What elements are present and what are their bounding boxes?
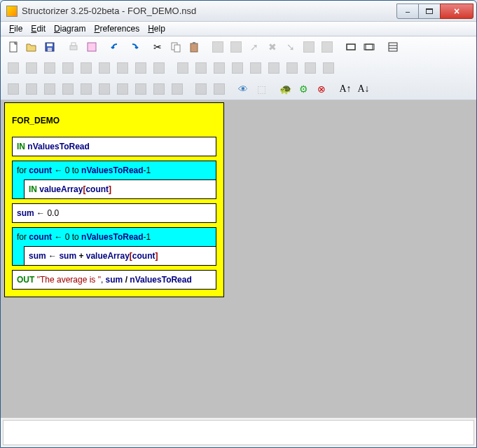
insert-after-1[interactable]	[174, 60, 191, 76]
main-window: Structorizer 3.25-02beta - FOR_DEMO.nsd …	[0, 0, 477, 448]
color-4[interactable]	[60, 81, 76, 97]
insert-after-4[interactable]	[229, 60, 246, 76]
collapse-all-button[interactable]	[193, 81, 209, 97]
for-header[interactable]: for count ← 0 to nValuesToRead-1	[13, 161, 216, 179]
expand-all-button[interactable]	[211, 81, 228, 97]
menu-help[interactable]: Help	[144, 22, 170, 35]
insert-before-9[interactable]	[151, 60, 167, 76]
for-loop-1[interactable]: for count ← 0 to nValuesToRead-1 IN valu…	[12, 161, 216, 199]
turtle-button[interactable]: 🐢	[277, 81, 293, 97]
insert-before-5[interactable]	[78, 60, 95, 76]
minimize-button[interactable]: –	[396, 4, 419, 19]
insert-after-9[interactable]	[320, 60, 337, 76]
new-button[interactable]	[5, 39, 22, 55]
for-loop-2[interactable]: for count ← 0 to nValuesToRead-1 sum ← s…	[12, 227, 216, 266]
save-button[interactable]	[41, 39, 58, 55]
box-type-button[interactable]	[343, 39, 359, 55]
insert-after-7[interactable]	[284, 60, 300, 76]
insert-before-1[interactable]	[5, 60, 22, 76]
expand-icon	[214, 83, 225, 95]
print-button[interactable]	[65, 39, 82, 55]
menu-edit[interactable]: Edit	[27, 22, 50, 35]
app-icon	[6, 6, 18, 17]
list-view-button[interactable]	[385, 39, 401, 55]
maximize-button[interactable]	[418, 4, 441, 19]
titlebar[interactable]: Structorizer 3.25-02beta - FOR_DEMO.nsd …	[1, 1, 476, 22]
tb-button-1[interactable]	[319, 39, 336, 55]
transmute-button[interactable]: ✖	[264, 39, 281, 55]
input-array-row[interactable]: IN valueArray[count]	[25, 180, 216, 198]
element-icon	[26, 62, 37, 74]
element-icon	[135, 62, 146, 74]
color-7[interactable]	[114, 81, 131, 97]
close-button[interactable]: ×	[440, 4, 473, 19]
cut-button[interactable]: ✂	[149, 39, 166, 55]
menu-file[interactable]: File	[5, 22, 27, 35]
menu-diagram[interactable]: Diagram	[50, 22, 90, 35]
color-8[interactable]	[132, 81, 149, 97]
var-sum: sum	[17, 208, 34, 218]
comma: ,	[101, 275, 103, 285]
zero-literal: 0	[65, 165, 70, 175]
output-row[interactable]: OUT "The average is ", sum / nValuesToRe…	[12, 270, 216, 290]
paste-button[interactable]	[186, 39, 202, 55]
accumulate-row[interactable]: sum ← sum + valueArray[count]	[25, 247, 216, 265]
redo-button[interactable]	[125, 39, 142, 55]
export-button[interactable]	[83, 39, 100, 55]
for-header[interactable]: for count ← 0 to nValuesToRead-1	[13, 228, 216, 246]
run-button[interactable]: ⚙	[295, 81, 312, 97]
toolbar-separator	[379, 39, 383, 55]
cancel-icon: ⊗	[317, 83, 326, 95]
color-2[interactable]	[23, 81, 40, 97]
collapse-button[interactable]: ➘	[282, 39, 299, 55]
insert-before-4[interactable]	[60, 60, 76, 76]
insert-before-7[interactable]	[114, 60, 131, 76]
svg-rect-9	[191, 43, 198, 52]
diagram-title[interactable]: FOR_DEMO	[5, 103, 223, 137]
font-up-button[interactable]: A↑	[337, 81, 354, 97]
insert-after-3[interactable]	[211, 60, 228, 76]
expand-button[interactable]	[300, 39, 317, 55]
color-6[interactable]	[96, 81, 113, 97]
var-array: valueArray	[86, 251, 130, 261]
color-1[interactable]	[5, 81, 22, 97]
insert-before-8[interactable]	[132, 60, 149, 76]
zero-float: 0.0	[47, 208, 59, 218]
insert-before-2[interactable]	[23, 60, 40, 76]
menu-preferences[interactable]: Preferences	[90, 22, 144, 35]
color-9[interactable]	[151, 81, 167, 97]
insert-before-3[interactable]	[41, 60, 58, 76]
var-count: count	[132, 251, 155, 261]
nsd-diagram[interactable]: FOR_DEMO IN nValuesToRead for count ← 0 …	[4, 102, 224, 297]
insert-before-6[interactable]	[96, 60, 113, 76]
color-5[interactable]	[78, 81, 95, 97]
insert-after-8[interactable]	[302, 60, 319, 76]
color-10[interactable]	[169, 81, 186, 97]
insert-after-2[interactable]	[193, 60, 209, 76]
element-icon	[305, 62, 316, 74]
analyze-button[interactable]: 👁	[235, 81, 251, 97]
window-controls: – ×	[397, 4, 473, 19]
stop-button[interactable]: ⊗	[313, 81, 330, 97]
insert-after-6[interactable]	[265, 60, 282, 76]
font-up-icon: A↑	[339, 83, 351, 95]
rounded-type-button[interactable]	[361, 39, 378, 55]
element-icon	[195, 62, 207, 74]
edit-element-button[interactable]	[209, 39, 226, 55]
undo-button[interactable]	[107, 39, 124, 55]
open-button[interactable]	[23, 39, 40, 55]
highlight-button[interactable]: ⬚	[253, 81, 270, 97]
canvas[interactable]: FOR_DEMO IN nValuesToRead for count ← 0 …	[1, 100, 476, 418]
color-3[interactable]	[41, 81, 58, 97]
input-row[interactable]: IN nValuesToRead	[12, 137, 216, 156]
move-up-button[interactable]: ➚	[246, 39, 263, 55]
copy-button[interactable]	[167, 39, 184, 55]
toolbar-row-1: ✂ ➚ ✖ ➘	[1, 36, 476, 100]
delete-element-button[interactable]	[228, 39, 244, 55]
collapse-icon: ➘	[286, 41, 295, 53]
font-down-button[interactable]: A↓	[355, 81, 372, 97]
expand-icon	[303, 41, 314, 53]
assign-sum-row[interactable]: sum ← 0.0	[12, 203, 216, 223]
var-sum: sum	[29, 251, 46, 261]
insert-after-5[interactable]	[247, 60, 264, 76]
